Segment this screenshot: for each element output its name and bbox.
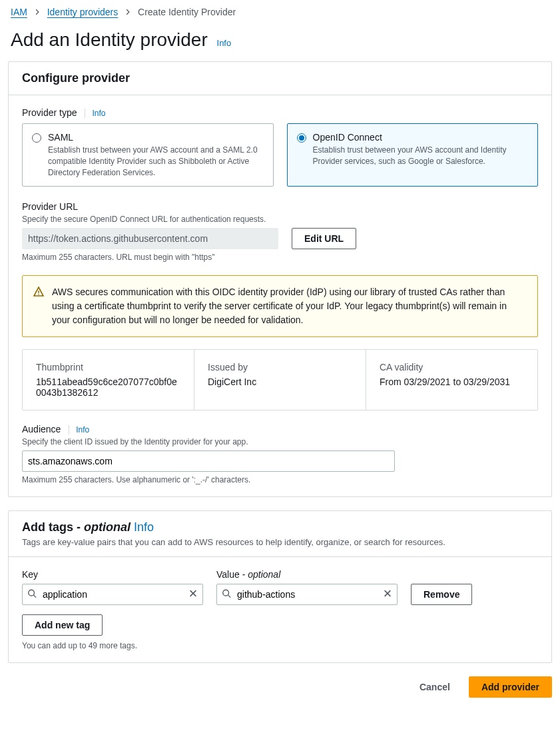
ca-validity-value: From 03/29/2021 to 03/29/2031 bbox=[380, 376, 524, 387]
add-new-tag-button[interactable]: Add new tag bbox=[22, 614, 103, 636]
cancel-button[interactable]: Cancel bbox=[408, 676, 462, 698]
clear-icon[interactable] bbox=[382, 588, 394, 602]
provider-url-help: Specify the secure OpenID Connect URL fo… bbox=[22, 215, 538, 224]
ca-validity-label: CA validity bbox=[380, 362, 524, 373]
thumbprint-value: 1b511abead59c6ce207077c0bf0e0043b1382612 bbox=[36, 376, 180, 398]
radio-icon bbox=[297, 133, 306, 143]
svg-rect-1 bbox=[38, 294, 39, 295]
provider-type-oidc-tile[interactable]: OpenID Connect Establish trust between y… bbox=[287, 123, 539, 187]
provider-type-saml-tile[interactable]: SAML Establish trust between your AWS ac… bbox=[22, 123, 274, 187]
provider-url-input bbox=[22, 228, 278, 249]
chevron-right-icon bbox=[34, 7, 43, 17]
tags-limit-text: You can add up to 49 more tags. bbox=[22, 641, 538, 650]
tags-panel: Add tags - optional Info Tags are key-va… bbox=[8, 510, 552, 663]
configure-provider-heading: Configure provider bbox=[22, 71, 538, 85]
svg-point-2 bbox=[29, 590, 35, 596]
saml-title: SAML bbox=[48, 132, 264, 143]
page-title-text: Add an Identity provider bbox=[11, 29, 208, 50]
provider-url-label: Provider URL bbox=[22, 201, 538, 212]
audience-help: Specify the client ID issued by the Iden… bbox=[22, 437, 538, 446]
tags-info-link[interactable]: Info bbox=[134, 520, 154, 534]
alert-text: AWS secures communication with this OIDC… bbox=[52, 285, 527, 327]
provider-url-constraint: Maximum 255 characters. URL must begin w… bbox=[22, 253, 538, 262]
footer-actions: Cancel Add provider bbox=[8, 676, 552, 698]
audience-info-link[interactable]: Info bbox=[69, 425, 89, 434]
breadcrumb-current: Create Identity Provider bbox=[138, 7, 236, 17]
configure-provider-header: Configure provider bbox=[9, 62, 551, 95]
breadcrumb-iam[interactable]: IAM bbox=[11, 7, 27, 17]
svg-line-3 bbox=[34, 596, 37, 598]
page-title: Add an Identity provider Info bbox=[11, 29, 552, 51]
issued-by-value: DigiCert Inc bbox=[208, 376, 352, 387]
certificate-details: Thumbprint 1b511abead59c6ce207077c0bf0e0… bbox=[22, 349, 538, 410]
oidc-desc: Establish trust between your AWS account… bbox=[313, 145, 529, 167]
svg-line-7 bbox=[228, 596, 231, 598]
issued-by-label: Issued by bbox=[208, 362, 352, 373]
audience-input[interactable] bbox=[22, 450, 395, 472]
search-icon bbox=[222, 589, 231, 600]
breadcrumb-idp[interactable]: Identity providers bbox=[47, 7, 119, 17]
edit-url-button[interactable]: Edit URL bbox=[292, 228, 356, 249]
add-provider-button[interactable]: Add provider bbox=[469, 676, 552, 698]
page-title-info-link[interactable]: Info bbox=[217, 38, 232, 48]
svg-rect-0 bbox=[38, 291, 39, 293]
remove-tag-button[interactable]: Remove bbox=[411, 584, 472, 605]
clear-icon[interactable] bbox=[187, 588, 199, 602]
breadcrumb: IAM Identity providers Create Identity P… bbox=[8, 7, 552, 23]
provider-type-label: Provider type Info bbox=[22, 107, 538, 118]
tag-value-input[interactable] bbox=[216, 584, 398, 605]
radio-icon bbox=[32, 133, 41, 143]
audience-constraint: Maximum 255 characters. Use alphanumeric… bbox=[22, 475, 538, 484]
tags-description: Tags are key-value pairs that you can ad… bbox=[22, 537, 538, 547]
tag-key-input[interactable] bbox=[22, 584, 203, 605]
audience-label: Audience Info bbox=[22, 424, 538, 434]
svg-point-6 bbox=[223, 590, 229, 596]
oidc-title: OpenID Connect bbox=[313, 132, 529, 143]
tag-key-label: Key bbox=[22, 569, 203, 580]
saml-desc: Establish trust between your AWS account… bbox=[48, 145, 264, 178]
tags-heading: Add tags - optional Info bbox=[22, 520, 538, 534]
oidc-thumbprint-alert: AWS secures communication with this OIDC… bbox=[22, 275, 538, 337]
provider-type-info-link[interactable]: Info bbox=[85, 109, 105, 118]
tag-value-label: Value - optional bbox=[216, 569, 398, 580]
configure-provider-panel: Configure provider Provider type Info SA… bbox=[8, 61, 552, 497]
thumbprint-label: Thumbprint bbox=[36, 362, 180, 373]
warning-icon bbox=[33, 287, 44, 327]
chevron-right-icon bbox=[125, 7, 134, 17]
search-icon bbox=[27, 589, 37, 600]
